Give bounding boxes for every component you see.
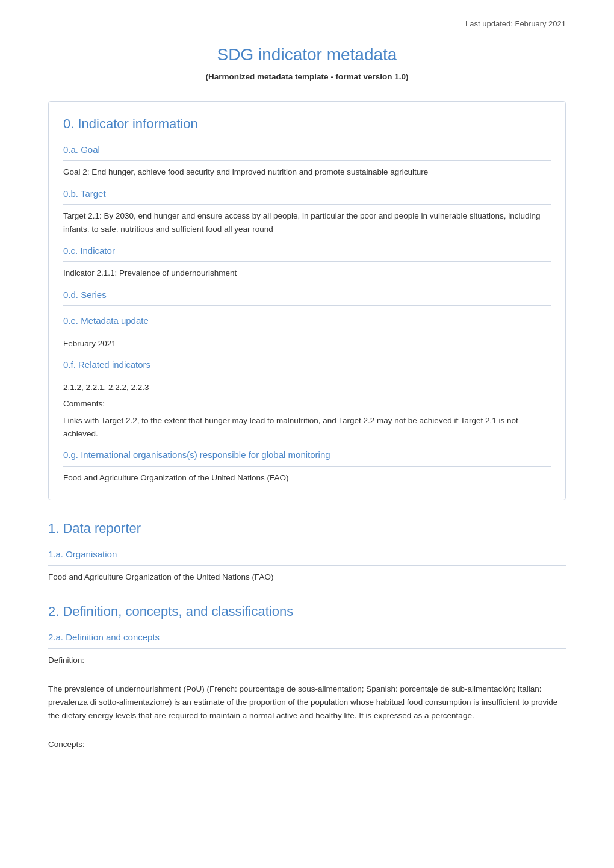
subsection-0e-title: 0.e. Metadata update: [63, 314, 551, 328]
divider-0b: [63, 204, 551, 205]
section-2: 2. Definition, concepts, and classificat…: [48, 601, 566, 751]
subsection-0a-text: Goal 2: End hunger, achieve food securit…: [63, 166, 551, 179]
section-0-box: 0. Indicator information 0.a. Goal Goal …: [48, 101, 566, 500]
subsection-0f-comments-label: Comments:: [63, 397, 551, 411]
subsection-2a-concepts-label: Concepts:: [48, 738, 566, 751]
subsection-0f-comments-text: Links with Target 2.2, to the extent tha…: [63, 414, 551, 440]
subsection-0g-title: 0.g. International organisations(s) resp…: [63, 448, 551, 462]
section-2-title: 2. Definition, concepts, and classificat…: [48, 601, 566, 621]
subsection-0e: 0.e. Metadata update February 2021: [63, 314, 551, 350]
divider-1a: [48, 565, 566, 566]
subsection-0f-title: 0.f. Related indicators: [63, 358, 551, 372]
subsection-0c-title: 0.c. Indicator: [63, 244, 551, 258]
subsection-0a-title: 0.a. Goal: [63, 143, 551, 157]
subsection-0b-text: Target 2.1: By 2030, end hunger and ensu…: [63, 209, 551, 235]
subsection-0d-title: 0.d. Series: [63, 288, 551, 302]
divider-0c: [63, 261, 551, 262]
subsection-2a-definition-label: Definition:: [48, 654, 566, 667]
page-title: SDG indicator metadata: [48, 42, 566, 67]
subsection-2a-title: 2.a. Definition and concepts: [48, 631, 566, 645]
subsection-0c-text: Indicator 2.1.1: Prevalence of undernour…: [63, 267, 551, 280]
subsection-1a-text: Food and Agriculture Organization of the…: [48, 571, 566, 584]
divider-0a: [63, 160, 551, 161]
page-subtitle: (Harmonized metadata template - format v…: [48, 71, 566, 83]
section-1: 1. Data reporter 1.a. Organisation Food …: [48, 518, 566, 583]
subsection-0f: 0.f. Related indicators 2.1.2, 2.2.1, 2.…: [63, 358, 551, 440]
divider-0g: [63, 466, 551, 467]
subsection-1a-title: 1.a. Organisation: [48, 548, 566, 562]
section-0-title: 0. Indicator information: [63, 114, 551, 134]
subsection-0a: 0.a. Goal Goal 2: End hunger, achieve fo…: [63, 143, 551, 179]
subsection-0g: 0.g. International organisations(s) resp…: [63, 448, 551, 484]
subsection-0c: 0.c. Indicator Indicator 2.1.1: Prevalen…: [63, 244, 551, 280]
subsection-1a: 1.a. Organisation Food and Agriculture O…: [48, 548, 566, 583]
subsection-0g-text: Food and Agriculture Organization of the…: [63, 471, 551, 485]
subsection-2a-definition-text: The prevalence of undernourishment (PoU)…: [48, 683, 566, 722]
last-updated-label: Last updated: February 2021: [48, 18, 566, 30]
section-1-title: 1. Data reporter: [48, 518, 566, 538]
subsection-0b: 0.b. Target Target 2.1: By 2030, end hun…: [63, 187, 551, 236]
divider-0d: [63, 305, 551, 306]
subsection-0d: 0.d. Series: [63, 288, 551, 306]
divider-0e: [63, 332, 551, 332]
subsection-2a: 2.a. Definition and concepts Definition:…: [48, 631, 566, 751]
subsection-0b-title: 0.b. Target: [63, 187, 551, 201]
divider-0f: [63, 376, 551, 376]
subsection-0f-text: 2.1.2, 2.2.1, 2.2.2, 2.2.3: [63, 381, 551, 394]
divider-2a: [48, 648, 566, 649]
subsection-0e-text: February 2021: [63, 337, 551, 350]
